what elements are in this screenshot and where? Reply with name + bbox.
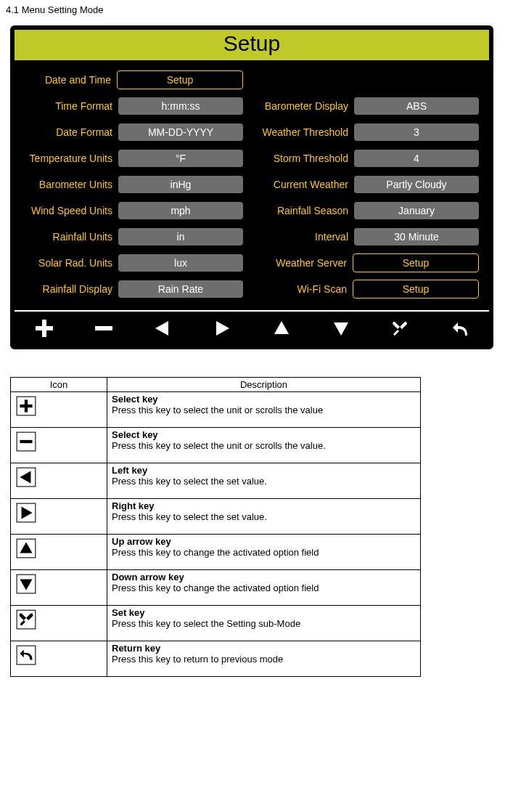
description-cell: Down arrow keyPress this key to change t… (107, 570, 421, 606)
icon-description-table: Icon Description Select keyPress this ke… (10, 377, 421, 677)
key-description: Press this key to change the activated o… (112, 547, 416, 558)
setting-label: Rainfall Season (277, 205, 348, 216)
setting-value[interactable]: ABS (354, 97, 479, 115)
right-button[interactable] (192, 316, 252, 341)
setup-title-bar: Setup (15, 30, 489, 60)
return-button[interactable] (430, 316, 489, 341)
setting-row: Wi-Fi ScanSetup (256, 280, 479, 299)
setting-row: Weather ServerSetup (256, 253, 479, 272)
table-header-desc: Description (107, 378, 421, 392)
table-row: Down arrow keyPress this key to change t… (11, 570, 421, 606)
key-description: Press this key to select the set value. (112, 476, 416, 487)
setting-value[interactable]: lux (118, 254, 243, 272)
setting-value[interactable]: Setup (353, 253, 479, 272)
setting-row: Solar Rad. Unitslux (20, 253, 243, 272)
plus-button[interactable] (15, 316, 74, 341)
return-icon (11, 641, 107, 677)
table-row: Set keyPress this key to select the Sett… (11, 606, 421, 641)
setting-value[interactable]: MM-DD-YYYY (118, 123, 243, 141)
setting-value[interactable]: 30 Minute (354, 228, 479, 245)
table-row: Select keyPress this key to select the u… (11, 392, 421, 428)
setting-label: Solar Rad. Units (38, 257, 112, 269)
setting-row: Barometer DisplayABS (256, 97, 479, 115)
description-cell: Return keyPress this key to return to pr… (107, 641, 421, 677)
setting-row (256, 70, 479, 89)
setting-value[interactable]: inHg (118, 176, 243, 193)
key-name: Right key (112, 500, 155, 511)
key-name: Return key (112, 643, 160, 654)
setting-value[interactable]: January (354, 202, 479, 219)
left-button[interactable] (134, 316, 193, 341)
key-name: Left key (112, 465, 147, 476)
setting-value[interactable]: °F (118, 150, 243, 167)
description-cell: Up arrow keyPress this key to change the… (107, 535, 421, 570)
setting-value[interactable]: in (118, 228, 243, 245)
wrench-icon (11, 606, 107, 641)
setting-value[interactable]: Rain Rate (118, 280, 243, 298)
setting-row: Barometer UnitsinHg (20, 175, 243, 194)
minus-icon (11, 428, 107, 463)
setting-label: Time Format (55, 100, 112, 112)
key-description: Press this key to change the activated o… (112, 582, 416, 593)
table-header-icon: Icon (11, 378, 107, 392)
setting-row: Weather Threshold3 (256, 123, 479, 142)
setting-row: Rainfall SeasonJanuary (256, 201, 479, 220)
key-description: Press this key to return to previous mod… (112, 654, 416, 665)
setting-label: Wi-Fi Scan (297, 283, 347, 295)
setting-label: Date Format (56, 126, 112, 138)
setting-row: Temperature Units°F (20, 149, 243, 168)
key-name: Up arrow key (112, 536, 171, 547)
setting-value[interactable]: 4 (354, 150, 479, 167)
key-description: Press this key to select the unit or scr… (112, 405, 416, 415)
description-cell: Select keyPress this key to select the u… (107, 392, 421, 428)
setting-label: Weather Server (276, 257, 347, 269)
setting-value[interactable]: Setup (353, 280, 479, 299)
set-button[interactable] (371, 316, 430, 341)
setting-label: Rainfall Units (53, 231, 112, 243)
setting-label: Barometer Display (265, 100, 348, 112)
up-button[interactable] (252, 316, 311, 341)
setting-label: Wind Speed Units (31, 205, 112, 216)
description-cell: Select keyPress this key to select the u… (107, 428, 421, 463)
setting-label: Barometer Units (39, 179, 112, 190)
table-row: Left keyPress this key to select the set… (11, 463, 421, 499)
table-row: Right keyPress this key to select the se… (11, 499, 421, 535)
setting-value[interactable]: Partly Cloudy (354, 176, 479, 193)
section-title: 4.1 Menu Setting Mode (6, 4, 507, 15)
setting-value[interactable]: 3 (354, 123, 479, 141)
table-row: Select keyPress this key to select the u… (11, 428, 421, 463)
setting-row: Rainfall Unitsin (20, 227, 243, 246)
description-cell: Right keyPress this key to select the se… (107, 499, 421, 535)
setting-label: Storm Threshold (274, 153, 348, 164)
setting-label: Interval (315, 231, 348, 243)
key-name: Set key (112, 607, 145, 618)
table-row: Up arrow keyPress this key to change the… (11, 535, 421, 570)
down-button[interactable] (311, 316, 371, 341)
table-row: Return keyPress this key to return to pr… (11, 641, 421, 677)
setting-value[interactable]: h:mm:ss (118, 97, 243, 115)
setting-row: Date and TimeSetup (20, 70, 243, 89)
setting-row: Current WeatherPartly Cloudy (256, 175, 479, 194)
setting-row: Interval30 Minute (256, 227, 479, 246)
key-name: Select key (112, 429, 158, 440)
plus-icon (11, 392, 107, 428)
key-description: Press this key to select the Setting sub… (112, 618, 416, 629)
description-cell: Set keyPress this key to select the Sett… (107, 606, 421, 641)
up-icon (11, 535, 107, 570)
setting-label: Date and Time (45, 74, 111, 86)
setting-value[interactable]: Setup (117, 70, 243, 89)
setting-value[interactable]: mph (118, 202, 243, 219)
device-toolbar (15, 310, 489, 345)
minus-button[interactable] (74, 316, 134, 341)
setting-label: Weather Threshold (262, 126, 348, 138)
previous-word: previous (221, 654, 257, 665)
setting-row: Rainfall DisplayRain Rate (20, 280, 243, 299)
description-cell: Left keyPress this key to select the set… (107, 463, 421, 499)
setting-label: Temperature Units (30, 153, 112, 164)
key-name: Select key (112, 394, 158, 405)
key-description: Press this key to select the unit or scr… (112, 440, 416, 451)
key-name: Down arrow key (112, 572, 184, 582)
key-description: Press this key to select the set value. (112, 511, 416, 522)
device-screenshot: Setup Date and TimeSetupTime Formath:mm:… (10, 25, 493, 349)
setting-row: Time Formath:mm:ss (20, 97, 243, 115)
